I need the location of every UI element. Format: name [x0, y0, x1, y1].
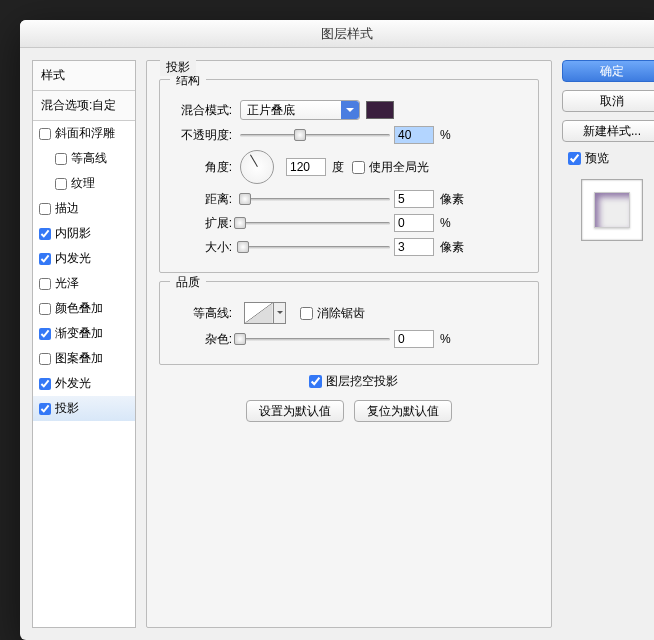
sidebar-item-label: 颜色叠加	[55, 300, 103, 317]
sidebar-checkbox-11[interactable]	[39, 403, 51, 415]
noise-input[interactable]	[394, 330, 434, 348]
angle-input[interactable]	[286, 158, 326, 176]
opacity-input[interactable]	[394, 126, 434, 144]
distance-slider[interactable]	[240, 192, 390, 206]
noise-slider[interactable]	[240, 332, 390, 346]
angle-dial[interactable]	[240, 150, 274, 184]
quality-legend: 品质	[170, 274, 206, 291]
sidebar-checkbox-5[interactable]	[39, 253, 51, 265]
reset-default-button[interactable]: 复位为默认值	[354, 400, 452, 422]
blend-mode-label: 混合模式:	[170, 102, 240, 119]
sidebar-item-3[interactable]: 描边	[33, 196, 135, 221]
spread-input[interactable]	[394, 214, 434, 232]
global-light-checkbox[interactable]: 使用全局光	[352, 159, 429, 176]
sidebar-item-9[interactable]: 图案叠加	[33, 346, 135, 371]
sidebar-item-label: 描边	[55, 200, 79, 217]
sidebar-item-label: 外发光	[55, 375, 91, 392]
sidebar-item-label: 等高线	[71, 150, 107, 167]
knockout-checkbox[interactable]: 图层挖空投影	[309, 373, 398, 390]
sidebar-item-label: 光泽	[55, 275, 79, 292]
opacity-slider[interactable]	[240, 128, 390, 142]
sidebar-item-label: 投影	[55, 400, 79, 417]
sidebar-checkbox-0[interactable]	[39, 128, 51, 140]
sidebar-item-6[interactable]: 光泽	[33, 271, 135, 296]
sidebar-checkbox-4[interactable]	[39, 228, 51, 240]
styles-sidebar: 样式 混合选项:自定 斜面和浮雕等高线纹理描边内阴影内发光光泽颜色叠加渐变叠加图…	[32, 60, 136, 628]
new-style-button[interactable]: 新建样式...	[562, 120, 654, 142]
set-default-button[interactable]: 设置为默认值	[246, 400, 344, 422]
dialog-content: 样式 混合选项:自定 斜面和浮雕等高线纹理描边内阴影内发光光泽颜色叠加渐变叠加图…	[20, 48, 654, 640]
knockout-input[interactable]	[309, 375, 322, 388]
size-label: 大小:	[170, 239, 240, 256]
sidebar-item-5[interactable]: 内发光	[33, 246, 135, 271]
size-unit: 像素	[440, 239, 464, 256]
sidebar-item-0[interactable]: 斜面和浮雕	[33, 121, 135, 146]
contour-label: 等高线:	[170, 305, 240, 322]
noise-unit: %	[440, 332, 451, 346]
sidebar-item-label: 渐变叠加	[55, 325, 103, 342]
ok-button[interactable]: 确定	[562, 60, 654, 82]
sidebar-item-label: 内阴影	[55, 225, 91, 242]
layer-style-dialog: 图层样式 样式 混合选项:自定 斜面和浮雕等高线纹理描边内阴影内发光光泽颜色叠加…	[20, 20, 654, 640]
preview-box	[581, 179, 643, 241]
sidebar-checkbox-1[interactable]	[55, 153, 67, 165]
tab-label: 投影	[160, 59, 196, 76]
angle-label: 角度:	[170, 159, 240, 176]
sidebar-item-1[interactable]: 等高线	[33, 146, 135, 171]
sidebar-checkbox-8[interactable]	[39, 328, 51, 340]
size-slider[interactable]	[240, 240, 390, 254]
preview-thumbnail	[594, 192, 630, 228]
chevron-down-icon[interactable]	[274, 302, 286, 324]
spread-unit: %	[440, 216, 451, 230]
sidebar-checkbox-2[interactable]	[55, 178, 67, 190]
distance-input[interactable]	[394, 190, 434, 208]
blend-mode-select[interactable]: 正片叠底	[240, 100, 360, 120]
size-input[interactable]	[394, 238, 434, 256]
antialias-input[interactable]	[300, 307, 313, 320]
quality-fieldset: 品质 等高线: 消除锯齿 杂色:	[159, 281, 539, 365]
preview-checkbox[interactable]: 预览	[568, 150, 654, 167]
sidebar-header-styles[interactable]: 样式	[33, 61, 135, 91]
sidebar-item-4[interactable]: 内阴影	[33, 221, 135, 246]
right-column: 确定 取消 新建样式... 预览	[562, 60, 654, 628]
shadow-color-swatch[interactable]	[366, 101, 394, 119]
sidebar-checkbox-7[interactable]	[39, 303, 51, 315]
sidebar-item-7[interactable]: 颜色叠加	[33, 296, 135, 321]
opacity-label: 不透明度:	[170, 127, 240, 144]
sidebar-item-11[interactable]: 投影	[33, 396, 135, 421]
window-title: 图层样式	[20, 20, 654, 48]
sidebar-checkbox-6[interactable]	[39, 278, 51, 290]
sidebar-item-2[interactable]: 纹理	[33, 171, 135, 196]
sidebar-header-blend[interactable]: 混合选项:自定	[33, 91, 135, 121]
noise-label: 杂色:	[170, 331, 240, 348]
sidebar-item-8[interactable]: 渐变叠加	[33, 321, 135, 346]
sidebar-checkbox-9[interactable]	[39, 353, 51, 365]
distance-unit: 像素	[440, 191, 464, 208]
angle-unit: 度	[332, 159, 344, 176]
spread-slider[interactable]	[240, 216, 390, 230]
panel-body: 结构 混合模式: 正片叠底 不透明度:	[146, 60, 552, 628]
sidebar-item-label: 内发光	[55, 250, 91, 267]
sidebar-item-10[interactable]: 外发光	[33, 371, 135, 396]
preview-input[interactable]	[568, 152, 581, 165]
distance-label: 距离:	[170, 191, 240, 208]
antialias-checkbox[interactable]: 消除锯齿	[300, 305, 365, 322]
main-panel: 投影 结构 混合模式: 正片叠底 不透明度:	[146, 60, 552, 628]
opacity-unit: %	[440, 128, 451, 142]
contour-picker[interactable]	[244, 302, 274, 324]
spread-label: 扩展:	[170, 215, 240, 232]
cancel-button[interactable]: 取消	[562, 90, 654, 112]
sidebar-item-label: 斜面和浮雕	[55, 125, 115, 142]
blend-mode-value: 正片叠底	[247, 102, 295, 119]
sidebar-item-label: 图案叠加	[55, 350, 103, 367]
structure-fieldset: 结构 混合模式: 正片叠底 不透明度:	[159, 79, 539, 273]
sidebar-item-label: 纹理	[71, 175, 95, 192]
global-light-input[interactable]	[352, 161, 365, 174]
sidebar-checkbox-10[interactable]	[39, 378, 51, 390]
chevron-down-icon	[341, 101, 359, 119]
sidebar-checkbox-3[interactable]	[39, 203, 51, 215]
